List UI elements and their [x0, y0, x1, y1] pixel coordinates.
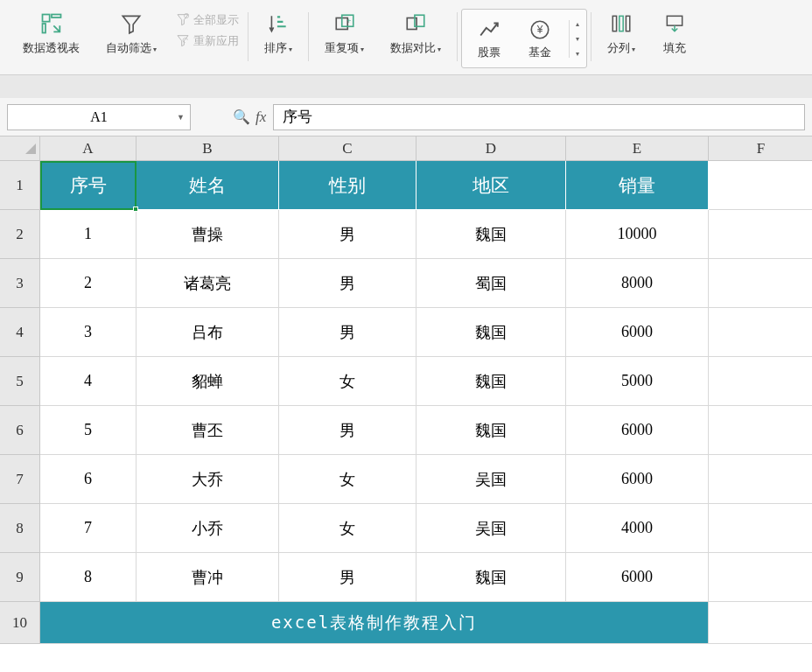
text-to-columns-button[interactable]: 分列▾ [595, 7, 648, 60]
cell[interactable] [709, 308, 812, 357]
data-cell[interactable]: 8 [40, 553, 136, 602]
row-header-8[interactable]: 8 [0, 504, 40, 553]
row-header-5[interactable]: 5 [0, 357, 40, 406]
data-cell[interactable]: 蜀国 [416, 259, 566, 308]
data-cell[interactable]: 曹冲 [136, 553, 279, 602]
funds-label: 基金 [528, 45, 551, 60]
svg-rect-11 [612, 16, 616, 31]
column-header-A[interactable]: A [40, 136, 136, 161]
data-cell[interactable]: 6000 [566, 455, 709, 504]
row-header-7[interactable]: 7 [0, 455, 40, 504]
data-cell[interactable]: 4000 [566, 504, 709, 553]
cell[interactable] [709, 602, 812, 644]
column-header-D[interactable]: D [416, 136, 566, 161]
header-cell[interactable]: 地区 [416, 161, 566, 210]
header-cell[interactable]: 序号 [40, 161, 136, 210]
duplicates-button[interactable]: + 重复项▾ [312, 7, 376, 60]
sort-button[interactable]: 排序▾ [252, 7, 304, 60]
data-cell[interactable]: 男 [279, 308, 416, 357]
column-header-E[interactable]: E [566, 136, 709, 161]
select-all-corner[interactable] [0, 136, 40, 161]
chevron-down-icon[interactable]: ▼ [177, 113, 185, 122]
show-all-button[interactable]: 全部显示 [176, 10, 239, 30]
row-header-3[interactable]: 3 [0, 259, 40, 308]
header-cell[interactable]: 姓名 [136, 161, 279, 210]
data-cell[interactable]: 大乔 [136, 455, 279, 504]
cell[interactable] [709, 259, 812, 308]
cell[interactable] [709, 406, 812, 455]
data-cell[interactable]: 吕布 [136, 308, 279, 357]
columns-icon [608, 10, 634, 37]
row-header-10[interactable]: 10 [0, 602, 40, 644]
row-header-6[interactable]: 6 [0, 406, 40, 455]
data-cell[interactable]: 6 [40, 455, 136, 504]
stocks-button[interactable]: 股票 [467, 15, 511, 62]
footer-cell[interactable]: excel表格制作教程入门 [40, 602, 709, 644]
data-cell[interactable]: 7 [40, 504, 136, 553]
row-header-2[interactable]: 2 [0, 210, 40, 259]
data-cell[interactable]: 8000 [566, 259, 709, 308]
column-header-F[interactable]: F [709, 136, 812, 161]
data-cell[interactable]: 6000 [566, 553, 709, 602]
fx-button[interactable]: fx [256, 108, 266, 126]
table-row: 8曹冲男魏国6000 [40, 553, 812, 602]
header-cell[interactable]: 性别 [279, 161, 416, 210]
autofilter-button[interactable]: 自动筛选▾ [94, 7, 169, 60]
header-cell[interactable]: 销量 [566, 161, 709, 210]
data-cell[interactable]: 6000 [566, 308, 709, 357]
cells-area: 序号姓名性别地区销量1曹操男魏国100002诸葛亮男蜀国80003吕布男魏国60… [40, 161, 812, 644]
data-cell[interactable]: 女 [279, 504, 416, 553]
data-cell[interactable]: 6000 [566, 406, 709, 455]
data-cell[interactable]: 1 [40, 210, 136, 259]
name-box[interactable]: A1 ▼ [7, 104, 191, 130]
stocks-label: 股票 [478, 45, 500, 60]
data-cell[interactable]: 男 [279, 553, 416, 602]
data-cell[interactable]: 男 [279, 210, 416, 259]
pivot-table-button[interactable]: 数据透视表 [10, 7, 92, 60]
data-cell[interactable]: 曹操 [136, 210, 279, 259]
row-header-9[interactable]: 9 [0, 553, 40, 602]
cell[interactable] [709, 161, 812, 210]
data-cell[interactable]: 魏国 [416, 357, 566, 406]
cell[interactable] [709, 455, 812, 504]
data-cell[interactable]: 魏国 [416, 308, 566, 357]
search-fx-icon[interactable]: 🔍 [233, 108, 250, 125]
svg-rect-0 [42, 15, 49, 22]
row-header-4[interactable]: 4 [0, 308, 40, 357]
cell[interactable] [709, 504, 812, 553]
data-cell[interactable]: 5000 [566, 357, 709, 406]
data-cell[interactable]: 魏国 [416, 210, 566, 259]
row-headers: 12345678910 [0, 161, 40, 644]
finance-dropdown[interactable]: ▴▾▾ [569, 20, 581, 58]
data-cell[interactable]: 魏国 [416, 553, 566, 602]
data-cell[interactable]: 貂蝉 [136, 357, 279, 406]
cell[interactable] [709, 553, 812, 602]
data-cell[interactable]: 魏国 [416, 406, 566, 455]
duplicates-icon: + [332, 10, 358, 37]
data-cell[interactable]: 诸葛亮 [136, 259, 279, 308]
formula-input[interactable]: 序号 [273, 104, 805, 130]
cell[interactable] [709, 357, 812, 406]
reapply-button[interactable]: 重新应用 [176, 32, 239, 51]
data-cell[interactable]: 女 [279, 455, 416, 504]
data-cell[interactable]: 曹丕 [136, 406, 279, 455]
funds-button[interactable]: ¥ 基金 [518, 15, 562, 62]
data-cell[interactable]: 5 [40, 406, 136, 455]
data-cell[interactable]: 吴国 [416, 455, 566, 504]
column-header-C[interactable]: C [279, 136, 416, 161]
data-cell[interactable]: 男 [279, 259, 416, 308]
reapply-label: 重新应用 [193, 33, 239, 49]
fill-button[interactable]: 填充 [649, 7, 691, 60]
data-cell[interactable]: 小乔 [136, 504, 279, 553]
data-cell[interactable]: 3 [40, 308, 136, 357]
data-cell[interactable]: 男 [279, 406, 416, 455]
data-compare-button[interactable]: 数据对比▾ [378, 7, 453, 60]
data-cell[interactable]: 女 [279, 357, 416, 406]
column-header-B[interactable]: B [136, 136, 279, 161]
cell[interactable] [709, 210, 812, 259]
row-header-1[interactable]: 1 [0, 161, 40, 210]
data-cell[interactable]: 4 [40, 357, 136, 406]
data-cell[interactable]: 2 [40, 259, 136, 308]
data-cell[interactable]: 吴国 [416, 504, 566, 553]
data-cell[interactable]: 10000 [566, 210, 709, 259]
